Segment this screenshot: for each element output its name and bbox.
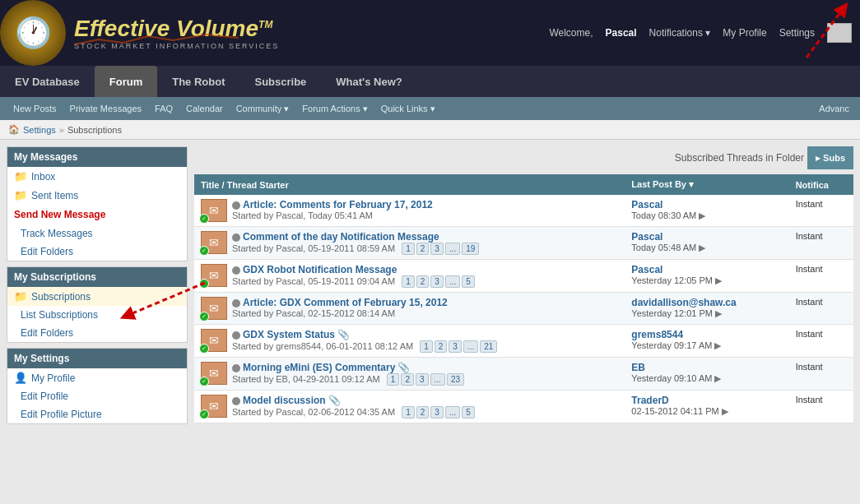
go-icon[interactable]: ▶ [714,340,721,350]
subscriptions-link[interactable]: Subscriptions [31,291,91,303]
thread-title-link[interactable]: Model discussion [243,395,326,406]
page-link[interactable]: 2 [416,243,430,255]
msg-icon-wrap: ✉ ✓ [201,231,227,254]
last-post-user[interactable]: Pascal [631,264,782,275]
settings-link[interactable]: Settings [779,27,815,39]
my-profile-link[interactable]: My Profile [723,27,766,39]
thread-title-link[interactable]: GDX Robot Notification Message [243,264,397,275]
thread-starter: Started by Pascal, 02-15-2012 08:14 AM [232,308,448,318]
subscribed-button[interactable]: ▸ Subs [807,146,853,169]
nav-the-robot[interactable]: The Robot [157,66,239,97]
page-link[interactable]: 1 [402,406,415,418]
table-row: ✉ ✓ GDX System Status📎 Started by grems8… [194,325,853,358]
page-link[interactable]: 19 [462,243,479,255]
subnav-faq[interactable]: FAQ [148,104,179,113]
thread-title-link[interactable]: GDX System Status [243,329,335,340]
page-link[interactable]: 3 [430,406,444,418]
sidebar-item-my-profile[interactable]: 👤 My Profile [7,368,187,387]
nav-subscribe[interactable]: Subscribe [239,66,321,97]
page-links: 1 2 3 ... 19 [402,243,479,255]
edit-profile-picture-link[interactable]: Edit Profile Picture [21,409,102,420]
subnav-quick-links[interactable]: Quick Links [374,104,442,114]
page-link[interactable]: ... [445,406,460,418]
page-link[interactable]: ... [430,373,445,386]
sidebar-item-track[interactable]: Track Messages [7,224,187,243]
page-link[interactable]: ... [463,340,478,353]
my-profile-sidebar-link[interactable]: My Profile [31,372,75,384]
nav-ev-database[interactable]: EV Database [0,66,95,97]
red-arrow-subs [114,279,213,328]
nav-forum[interactable]: Forum [95,66,157,97]
sidebar-section-messages-title: My Messages [7,147,187,167]
edit-folders-msg-link[interactable]: Edit Folders [21,246,73,257]
nav-whats-new[interactable]: What's New? [321,66,416,97]
page-link[interactable]: 1 [387,373,400,386]
last-post-user[interactable]: Pascal [631,199,782,210]
go-icon[interactable]: ▶ [699,243,705,252]
sidebar-item-sent[interactable]: 📁 Sent Items [7,186,187,205]
subnav-calendar[interactable]: Calendar [179,104,230,113]
go-icon[interactable]: ▶ [714,373,721,383]
page-link[interactable]: 23 [447,373,464,386]
status-dot [232,201,240,210]
msg-icon-wrap: ✉ ✓ [201,329,227,352]
msg-icon-wrap: ✉ ✓ [201,199,227,222]
page-link[interactable]: 1 [402,275,415,288]
breadcrumb: 🏠 Settings » Subscriptions [0,120,860,140]
thread-title-link[interactable]: Comment of the day Notification Message [243,231,439,243]
send-new-message-link[interactable]: Send New Message [14,209,105,220]
page-link[interactable]: 5 [462,275,475,288]
last-post-user[interactable]: Pascal [631,231,782,243]
col-last-post[interactable]: Last Post By [625,174,788,195]
subscribed-bar: Subscribed Threads in Folder ▸ Subs [194,146,853,169]
last-post-user[interactable]: TraderD [631,395,782,406]
last-post-user[interactable]: grems8544 [631,329,782,340]
thread-starter: Started by Pascal, Today 05:41 AM [232,210,433,220]
sidebar-item-edit-profile[interactable]: Edit Profile [7,387,187,405]
page-link[interactable]: 2 [416,406,430,418]
sidebar-item-edit-folders-msg[interactable]: Edit Folders [7,243,187,261]
page-link[interactable]: 5 [462,406,475,418]
go-icon[interactable]: ▶ [699,210,705,220]
subnav-forum-actions[interactable]: Forum Actions [295,104,374,114]
sidebar-item-edit-profile-pic[interactable]: Edit Profile Picture [7,405,187,423]
thread-title-link[interactable]: Article: Comments for February 17, 2012 [243,199,433,210]
breadcrumb-settings[interactable]: Settings [23,125,56,135]
track-messages-link[interactable]: Track Messages [21,228,93,239]
page-links: 1 2 3 ... 21 [420,340,497,353]
page-link[interactable]: ... [445,243,460,255]
page-link[interactable]: 2 [416,275,430,288]
page-link[interactable]: ... [445,275,460,288]
page-link[interactable]: 2 [435,340,448,353]
page-link[interactable]: 3 [430,275,444,288]
last-post-time: Yesterday 09:10 AM ▶ [631,373,782,384]
page-link[interactable]: 1 [402,243,415,255]
go-icon[interactable]: ▶ [715,275,722,285]
page-link[interactable]: 3 [416,373,429,386]
sidebar-item-subscriptions[interactable]: 📁 Subscriptions [7,287,187,306]
page-link[interactable]: 21 [480,340,497,353]
subnav-community[interactable]: Community [230,104,296,114]
edit-folders-subs-link[interactable]: Edit Folders [21,327,73,339]
last-post-user[interactable]: EB [631,362,782,373]
inbox-link[interactable]: Inbox [31,171,55,183]
page-link[interactable]: 3 [449,340,462,353]
sent-items-link[interactable]: Sent Items [31,190,78,201]
thread-title-link[interactable]: Article: GDX Comment of February 15, 201… [243,297,448,308]
sidebar-section-settings: My Settings 👤 My Profile Edit Profile Ed… [7,348,188,424]
go-icon[interactable]: ▶ [722,406,728,416]
sidebar-item-send-new[interactable]: Send New Message [7,205,187,224]
page-link[interactable]: 1 [420,340,433,353]
page-link[interactable]: 2 [401,373,414,386]
notifications-link[interactable]: Notifications ▾ [649,27,711,39]
go-icon[interactable]: ▶ [715,308,722,318]
subnav-new-posts[interactable]: New Posts [7,104,63,113]
subnav-private-messages[interactable]: Private Messages [63,104,148,113]
last-post-user[interactable]: davidallison@shaw.ca [631,297,782,308]
sidebar-item-inbox[interactable]: 📁 Inbox [7,167,187,186]
search-box-placeholder[interactable] [827,23,852,43]
page-link[interactable]: 3 [430,243,444,255]
edit-profile-link[interactable]: Edit Profile [21,391,68,402]
list-subscriptions-link[interactable]: List Subscriptions [21,309,98,321]
thread-title-link[interactable]: Morning eMini (ES) Commentary [243,362,395,373]
